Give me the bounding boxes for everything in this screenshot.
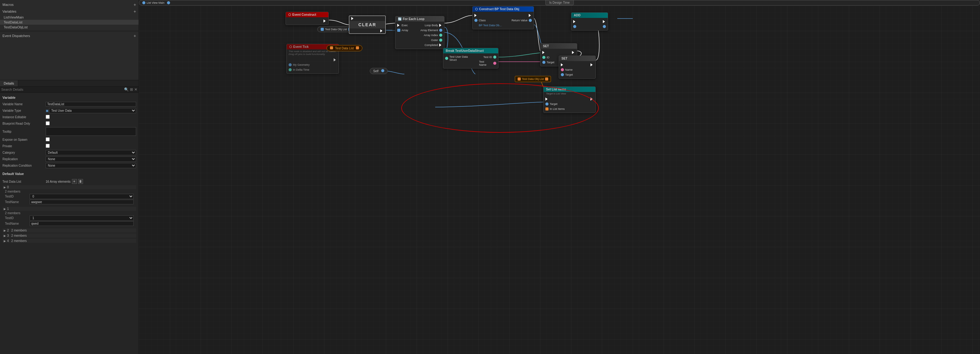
array-item-0-header[interactable]: ▶ 0 — [2, 185, 136, 189]
foreach-array-dot[interactable] — [397, 29, 400, 32]
set1-exec-out-dot[interactable] — [572, 51, 575, 54]
clear-exec-out[interactable] — [380, 29, 383, 32]
tooltip-label: Tooltip — [2, 130, 46, 133]
array-count: 16 Array elements — [46, 180, 71, 183]
set-list-exec-in-dot[interactable] — [546, 97, 549, 101]
break-struct-node[interactable]: Break TestUserDataStruct Test User Data … — [443, 48, 498, 68]
break-testname-dot[interactable] — [493, 62, 496, 65]
array-item-2-header[interactable]: ▶ 2 2 members — [2, 229, 136, 232]
construct-exec-out-dot[interactable] — [529, 14, 532, 17]
add-exec-out-dot[interactable] — [603, 20, 606, 23]
foreach-outer-pin: Outer — [418, 38, 444, 43]
remove-array-item-button[interactable]: 🗑 — [78, 179, 83, 184]
set2-node[interactable]: SET Name Target — [559, 56, 596, 79]
clear-node[interactable]: CLEAR — [349, 16, 386, 34]
add-node[interactable]: ADD — [571, 12, 608, 30]
array-item-0: ▶ 0 2 members TestID 0 — [2, 185, 136, 206]
set2-target-dot[interactable] — [561, 73, 564, 76]
add-item-dot[interactable] — [573, 25, 576, 28]
set1-id-dot[interactable] — [542, 56, 546, 59]
tree-item-testdataobjlist[interactable]: TestDataObjList — [0, 25, 138, 30]
add-array-item-button[interactable]: + — [72, 179, 77, 184]
construct-class-value: BP Test Data Ob... — [473, 23, 503, 28]
foreach-exec-in-dot[interactable] — [397, 24, 400, 27]
foreach-element-dot[interactable] — [439, 29, 442, 32]
array-item-3-index: 3 — [7, 234, 9, 237]
tooltip-input[interactable] — [46, 127, 136, 136]
set1-exec-out — [570, 50, 577, 55]
set1-exec-in-dot[interactable] — [542, 51, 546, 54]
tree-item-testdatalist[interactable]: TestDataList — [0, 20, 138, 25]
construct-class-dot[interactable] — [474, 19, 477, 22]
event-tick-exec-dot[interactable] — [334, 58, 337, 62]
array-item-2-count: 2 members — [11, 229, 27, 232]
view-options-icon[interactable]: ⊞ — [130, 87, 133, 92]
event-tick-body: My Geometry In Delta Time — [287, 56, 339, 73]
item1-testid-select[interactable]: 1 — [30, 216, 134, 221]
break-struct-body: Test User Data Struct Test ID Test Name — [443, 53, 498, 68]
break-input-dot[interactable] — [445, 57, 448, 60]
blueprint-canvas[interactable]: Is Design Time — [139, 0, 980, 354]
construct-return-dot[interactable] — [529, 19, 532, 22]
test-data-list-node[interactable]: Test Data List — [326, 45, 363, 51]
construct-bp-node[interactable]: ⬡ Construct BP Test Data Obj Class BP Te… — [472, 6, 534, 29]
event-tick-exec-out — [287, 57, 339, 62]
add-macro-button[interactable]: + — [134, 2, 136, 7]
private-checkbox[interactable] — [46, 144, 50, 148]
foreach-completed-dot[interactable] — [439, 43, 442, 47]
set-list-exec-out-dot[interactable] — [590, 97, 593, 101]
set2-name-dot[interactable] — [561, 68, 564, 71]
set-list-items-pins: Target In List Items — [544, 97, 595, 111]
add-variable-button[interactable]: + — [134, 9, 136, 14]
set2-exec-out-dot[interactable] — [590, 63, 593, 67]
close-search-icon[interactable]: ✕ — [134, 87, 137, 92]
set-list-items-left: Target In List Items — [544, 97, 567, 111]
construct-return-label: Return Value — [511, 19, 528, 22]
replication-select[interactable]: None — [46, 157, 136, 162]
set-list-items-node[interactable]: Set List Items Target is List View Targe… — [543, 86, 596, 113]
variable-name-input[interactable] — [46, 102, 136, 106]
foreach-completed-label: Completed — [425, 43, 438, 47]
set2-exec-in-dot[interactable] — [561, 63, 564, 67]
add-dispatcher-button[interactable]: + — [134, 33, 136, 38]
instance-editable-checkbox[interactable] — [46, 115, 50, 119]
self-node[interactable]: Self — [370, 68, 388, 74]
set-list-target-dot[interactable] — [546, 102, 549, 106]
add-exec-in-dot[interactable] — [573, 20, 576, 23]
add-out-pin — [601, 24, 608, 29]
bp-readonly-checkbox[interactable] — [46, 121, 50, 125]
variable-type-select[interactable]: Test User Data — [49, 108, 136, 113]
construct-exec-in-dot[interactable] — [474, 14, 477, 17]
item0-testid-select[interactable]: 0 — [30, 194, 134, 199]
test-data-obj-list-node-2[interactable]: Test Data Obj List — [515, 76, 551, 82]
clear-header: CLEAR — [349, 21, 385, 29]
array-item-3-header[interactable]: ▶ 3 2 members — [2, 233, 136, 238]
array-item-1-header[interactable]: ▶ 1 — [2, 207, 136, 211]
set-list-items-dot[interactable] — [546, 107, 549, 111]
search-input[interactable] — [1, 88, 123, 91]
search-icon[interactable]: 🔍 — [124, 87, 129, 92]
foreach-outer-dot[interactable] — [439, 38, 442, 42]
clear-exec-in[interactable] — [351, 17, 354, 20]
item1-testname-input[interactable] — [30, 221, 134, 226]
set2-name-pin: Name — [559, 67, 575, 72]
array-item-4-header[interactable]: ▶ 4 2 members — [2, 239, 136, 243]
item0-testname-input[interactable] — [30, 200, 134, 204]
break-testid-dot[interactable] — [493, 56, 496, 59]
for-each-loop-node[interactable]: 🔄 For Each Loop Exec Array Loop — [395, 16, 444, 49]
foreach-loopbody-dot[interactable] — [439, 24, 442, 27]
break-testid-pin: Test ID — [477, 55, 498, 60]
event-tick-geometry-dot[interactable] — [289, 63, 292, 67]
expose-spawn-checkbox[interactable] — [46, 137, 50, 141]
set1-target-dot[interactable] — [542, 61, 546, 64]
array-item-0-index: 0 — [7, 186, 9, 189]
add-out-dot[interactable] — [603, 25, 606, 28]
event-tick-deltatime-dot[interactable] — [289, 68, 292, 71]
tree-item-listviewmain[interactable]: ListViewMain — [0, 15, 138, 20]
exec-out-pin[interactable] — [323, 19, 326, 22]
category-select[interactable]: Default — [46, 150, 136, 155]
tab-details[interactable]: Details — [0, 80, 18, 86]
replication-cond-select[interactable]: None — [46, 163, 136, 168]
foreach-index-dot[interactable] — [439, 33, 442, 37]
event-construct-node[interactable]: ⬡ Event Construct — [285, 12, 329, 25]
